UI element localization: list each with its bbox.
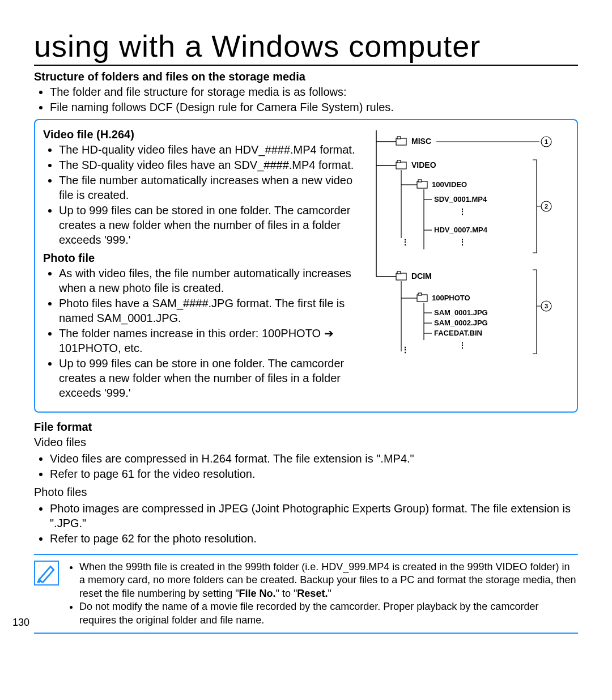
folder-tree-diagram: MISC 1 VIDEO 100VIDEO <box>365 125 569 405</box>
note-list: When the 999th file is created in the 99… <box>66 561 578 627</box>
photo-file-heading: Photo file <box>43 252 359 265</box>
list-item: The folder and file structure for storag… <box>50 84 578 99</box>
list-item: The folder names increase in this order:… <box>59 326 359 355</box>
tree-100photo: 100PHOTO <box>432 294 470 302</box>
photo-format-bullets: Photo images are compressed in JPEG (Joi… <box>34 501 578 546</box>
tree-dcim: DCIM <box>411 271 432 281</box>
marker-1: 1 <box>545 138 548 145</box>
list-item: The HD-quality video files have an HDV_#… <box>59 142 359 157</box>
list-item: Video files are compressed in H.264 form… <box>50 451 578 466</box>
svg-rect-23 <box>396 273 406 280</box>
tree-sam2: SAM_0002.JPG <box>434 319 488 327</box>
info-box: Video file (H.264) The HD-quality video … <box>34 119 578 413</box>
list-item: When the 999th file is created in the 99… <box>79 561 578 600</box>
photo-files-sub: Photo files <box>34 486 578 499</box>
svg-rect-11 <box>417 181 427 188</box>
marker-2: 2 <box>545 203 548 210</box>
tree-video: VIDEO <box>411 160 436 169</box>
list-item: Photo files have a SAM_####.JPG format. … <box>59 296 359 325</box>
tree-misc: MISC <box>411 137 431 146</box>
svg-rect-3 <box>397 137 401 139</box>
video-bullets: The HD-quality video files have an HDV_#… <box>43 142 359 247</box>
svg-text:⋮: ⋮ <box>401 345 409 354</box>
svg-text:⋮: ⋮ <box>401 237 409 247</box>
list-item: File naming follows DCF (Design rule for… <box>50 100 578 114</box>
marker-3: 3 <box>545 303 548 309</box>
svg-rect-2 <box>396 138 406 145</box>
tree-100video: 100VIDEO <box>432 180 467 189</box>
svg-text:⋮: ⋮ <box>458 341 466 350</box>
video-format-bullets: Video files are compressed in H.264 form… <box>34 451 578 481</box>
video-file-heading: Video file (H.264) <box>43 128 359 141</box>
svg-rect-12 <box>418 180 422 182</box>
svg-rect-7 <box>396 162 406 169</box>
svg-rect-27 <box>417 295 427 302</box>
list-item: Refer to page 62 for the photo resolutio… <box>50 531 578 546</box>
svg-text:⋮: ⋮ <box>458 207 466 216</box>
list-item: The SD-quality video files have an SDV_#… <box>59 158 359 172</box>
tree-facedat: FACEDAT.BIN <box>434 329 482 337</box>
file-format-heading: File format <box>34 421 578 434</box>
page-title: using with a Windows computer <box>34 28 578 66</box>
structure-heading: Structure of folders and files on the st… <box>34 70 578 83</box>
list-item: As with video files, the file number aut… <box>59 266 359 295</box>
video-files-sub: Video files <box>34 436 578 449</box>
tree-hdv: HDV_0007.MP4 <box>434 226 488 234</box>
note-block: When the 999th file is created in the 99… <box>34 554 578 634</box>
list-item: Refer to page 61 for the video resolutio… <box>50 466 578 481</box>
structure-bullets: The folder and file structure for storag… <box>34 84 578 114</box>
svg-rect-8 <box>397 160 401 163</box>
list-item: Do not modify the name of a movie file r… <box>79 600 578 627</box>
tree-sdv: SDV_0001.MP4 <box>434 195 487 203</box>
tree-sam1: SAM_0001.JPG <box>434 308 488 317</box>
svg-text:⋮: ⋮ <box>458 237 466 247</box>
note-icon <box>34 561 59 586</box>
list-item: Up to 999 files can be store in one fold… <box>59 356 359 400</box>
photo-bullets: As with video files, the file number aut… <box>43 266 359 400</box>
svg-rect-24 <box>397 271 401 274</box>
svg-rect-28 <box>418 293 422 295</box>
list-item: Up to 999 files can be stored in one fol… <box>59 203 359 247</box>
page-number: 130 <box>12 617 29 629</box>
list-item: The file number automatically increases … <box>59 173 359 202</box>
list-item: Photo images are compressed in JPEG (Joi… <box>50 501 578 531</box>
